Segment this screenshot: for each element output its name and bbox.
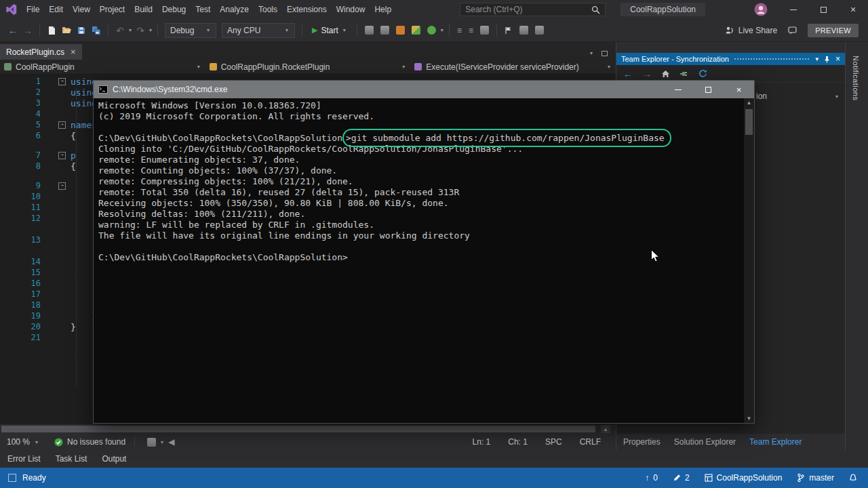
minimize-button[interactable] [778,0,808,19]
menu-item[interactable]: Tools [254,0,282,19]
menu-item[interactable]: Build [130,0,157,19]
line-number: 10 [0,192,41,201]
search-box[interactable]: Search (Ctrl+Q) [460,3,606,16]
encoding-indicator[interactable]: SPC [545,437,562,447]
previous-bookmark-icon[interactable] [535,26,544,35]
chevron-down-icon[interactable]: ▾ [161,439,163,445]
panel-tab[interactable]: Task List [48,454,95,464]
start-debugging-button[interactable]: ▶ Start ▾ [312,26,347,35]
horizontal-scrollbar[interactable]: ▲ [0,424,616,434]
maximize-button[interactable] [808,0,838,19]
navigate-forward-icon[interactable]: → [20,23,35,38]
redo-icon[interactable]: ↷ [133,23,148,38]
navigate-back-icon[interactable]: ← [623,68,633,79]
document-tab[interactable]: RocketPlugin.cs × [0,44,82,60]
navigate-forward-icon[interactable]: → [642,68,652,79]
project-dropdown[interactable]: CoolRappPlugin ▾ [0,62,205,72]
tab-close-icon[interactable]: × [71,47,76,57]
refresh-icon[interactable] [698,69,707,78]
type-dropdown[interactable]: CoolRappPlugin.RocketPlugin ▾ [205,62,411,72]
solution-configuration-dropdown[interactable]: Debug▾ [165,23,216,38]
solution-platform-dropdown[interactable]: Any CPU▾ [222,23,295,38]
redo-dropdown-icon[interactable]: ▾ [149,27,152,33]
line-number: 6 [0,131,41,140]
menu-item[interactable]: View [68,0,95,19]
scroll-up-icon[interactable]: ▲ [601,425,610,433]
comment-icon[interactable] [480,26,489,35]
apply-code-changes-icon[interactable] [365,26,374,35]
chevron-down-icon[interactable]: ▾ [441,27,443,33]
save-all-icon[interactable] [89,23,104,38]
undo-icon[interactable]: ↶ [113,23,127,38]
cmd-minimize-button[interactable] [663,81,693,98]
fold-toggle-icon[interactable] [58,182,66,190]
window-menu-icon[interactable]: ▾ [815,56,818,62]
fold-toggle-icon[interactable] [58,121,66,129]
notifications-label[interactable]: Notifications [852,56,860,100]
cmd-scrollbar-thumb[interactable] [745,109,753,135]
horizontal-scrollbar-thumb[interactable] [1,426,595,432]
scroll-down-icon[interactable]: ▼ [747,415,752,422]
code-health-icon[interactable] [147,438,156,447]
fold-toggle-icon[interactable] [58,78,66,85]
connect-icon[interactable] [679,70,689,78]
bookmark-icon[interactable] [501,23,516,38]
issues-indicator[interactable]: No issues found [54,437,125,447]
open-folder-icon[interactable] [59,23,74,38]
repository-indicator[interactable]: CoolRappSolution [705,473,783,483]
menu-item[interactable]: File [22,0,44,19]
cmd-titlebar[interactable]: C:\Windows\System32\cmd.exe × [94,81,754,98]
undo-dropdown-icon[interactable]: ▾ [129,27,132,33]
next-bookmark-icon[interactable] [519,26,528,35]
menu-item[interactable]: Analyze [215,0,254,19]
menu-item[interactable]: Window [332,0,370,19]
live-share-button[interactable]: Live Share [724,26,777,35]
close-button[interactable]: × [838,0,868,19]
menu-item[interactable]: Test [191,0,215,19]
tool-window-tab[interactable]: Solution Explorer [667,437,743,447]
diagnostic-tools-icon[interactable] [380,26,389,35]
preview-features-button[interactable]: PREVIEW [808,24,859,37]
panel-tab[interactable]: Error List [0,454,48,464]
publish-sync-icon[interactable] [427,26,436,35]
save-icon[interactable] [74,23,89,38]
menu-item[interactable]: Project [95,0,130,19]
line-ending-indicator[interactable]: CRLF [580,437,601,447]
menu-item[interactable]: Help [370,0,396,19]
cmd-close-button[interactable]: × [724,81,754,98]
outdent-icon[interactable]: ≡ [457,26,462,35]
line-indicator[interactable]: Ln: 1 [473,437,491,447]
cmd-maximize-button[interactable] [693,81,724,98]
pin-icon[interactable] [823,56,831,63]
member-dropdown[interactable]: Execute(IServiceProvider serviceProvider… [410,62,616,72]
branch-indicator[interactable]: master [797,473,834,483]
scroll-left-icon[interactable]: ◀ [168,437,174,447]
cmd-vertical-scrollbar[interactable]: ▲ ▼ [744,98,754,423]
column-indicator[interactable]: Ch: 1 [508,437,528,447]
menu-item[interactable]: Debug [157,0,191,19]
active-files-dropdown-icon[interactable]: ▾ [590,50,593,56]
panel-tab[interactable]: Output [94,454,134,464]
connected-services-icon[interactable] [412,26,420,35]
close-icon[interactable]: × [835,54,840,64]
indent-icon[interactable]: ≡ [469,26,473,35]
pending-changes-indicator[interactable]: 2 [673,473,690,483]
feedback-icon[interactable] [788,26,797,35]
home-icon[interactable] [661,70,670,78]
performance-profiler-icon[interactable] [396,26,405,35]
notifications-bell-icon[interactable] [849,474,857,483]
tool-window-tab[interactable]: Properties [616,437,667,447]
scroll-up-icon[interactable]: ▲ [747,100,752,106]
float-window-icon[interactable] [601,51,608,56]
menu-item[interactable]: Extensions [282,0,332,19]
menu-item[interactable]: Edit [44,0,68,19]
user-avatar[interactable] [754,3,768,16]
navigate-back-icon[interactable]: ← [5,23,20,38]
tool-window-tab[interactable]: Team Explorer [743,437,808,447]
fold-toggle-icon[interactable] [58,152,66,159]
zoom-dropdown[interactable]: 100 % ▾ [7,437,39,447]
new-project-icon[interactable] [44,23,59,38]
incoming-commits-indicator[interactable]: ↑ 0 [645,473,658,483]
tool-window-titlebar[interactable]: Team Explorer - Synchronization ▾ × [616,53,845,65]
background-tasks-icon[interactable] [8,474,16,482]
